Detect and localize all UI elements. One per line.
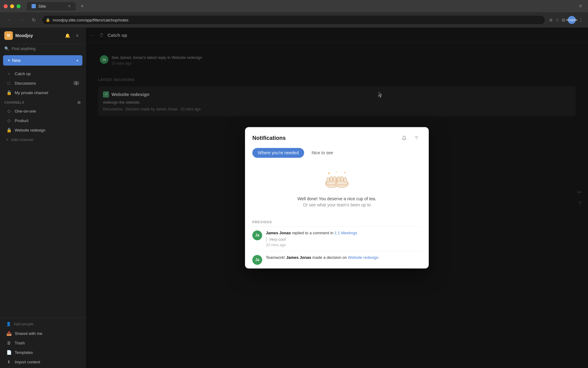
modal-body: ✦ ✦ ✦ Well done! You deserve a nice cup …: [245, 158, 429, 268]
sidebar-item-trash[interactable]: 🗑 Trash: [2, 338, 84, 347]
private-lock-icon: 🔒: [6, 90, 12, 95]
templates-icon: 📄: [6, 350, 12, 355]
sidebar-item-discussions[interactable]: □ Discussions 1: [2, 79, 84, 88]
channels-section-label: Channels: [4, 101, 24, 104]
new-button-plus-icon: +: [7, 58, 10, 63]
sidebar-item-one-on-one-label: One-on-one: [15, 109, 36, 113]
maximize-window-button[interactable]: [17, 4, 21, 8]
browser-menu-button[interactable]: ≡: [579, 3, 584, 9]
svg-text:✦: ✦: [344, 171, 346, 174]
minimize-window-button[interactable]: [10, 4, 14, 8]
notification-item-1[interactable]: Ja James Jonas replied to a comment in 1…: [252, 226, 421, 251]
sidebar-header: M Moodjoy 🔔 ≡: [0, 28, 85, 44]
add-people-label: Add people: [13, 322, 34, 326]
tab-close-button[interactable]: ✕: [68, 4, 71, 8]
svg-rect-8: [333, 177, 336, 182]
sidebar-item-product-label: Product: [15, 118, 28, 123]
add-channel-button[interactable]: + Add channel: [2, 135, 84, 144]
notif-main-text-1: James Jonas replied to a comment in 1:1 …: [266, 230, 421, 236]
sidebar-header-icons: 🔔 ≡: [63, 32, 81, 40]
modal-tabs: Where you're needed Nice to see: [245, 143, 429, 158]
empty-illustration: ✦ ✦ ✦: [318, 167, 355, 191]
profile-label: Incognito: [566, 18, 578, 21]
extensions-icon[interactable]: ⊞: [562, 17, 565, 22]
previous-label: Previous: [252, 217, 421, 226]
address-bar[interactable]: 🔒 moodjoy.slite.com/app/filters/catchup/…: [42, 15, 545, 25]
browser-titlebar: Slite ✕ + ≡: [0, 0, 588, 12]
new-button[interactable]: + New ▾: [3, 55, 82, 66]
sidebar: M Moodjoy 🔔 ≡ 🔍 Find anything + New ▾ ○ …: [0, 28, 86, 368]
nav-back-button[interactable]: ←: [5, 16, 13, 24]
sidebar-menu-button[interactable]: ≡: [73, 32, 81, 40]
svg-text:✦: ✦: [328, 171, 330, 175]
browser-chrome: Slite ✕ + ≡ ← → ↻ 🔒 moodjoy.slite.com/ap…: [0, 0, 588, 28]
notif-content-1: James Jonas replied to a comment in 1:1 …: [266, 230, 421, 247]
workspace-avatar: M: [4, 31, 13, 40]
svg-rect-13: [341, 177, 343, 182]
shared-with-me-icon: 📤: [6, 331, 12, 336]
notif-main-text-2: Teamwork! James Jonas made a decision on…: [266, 255, 421, 261]
workspace-name: Moodjoy: [15, 33, 33, 38]
notif-user-name-1: James Jonas: [266, 231, 291, 235]
add-channel-label: Add channel: [11, 137, 33, 142]
modal-title: Notifications: [252, 135, 286, 141]
bookmark-icon[interactable]: ☆: [555, 17, 559, 22]
sidebar-item-discussions-label: Discussions: [15, 81, 36, 86]
sidebar-item-private-label: My private channel: [15, 90, 48, 95]
sidebar-item-product[interactable]: ◇ Product: [2, 116, 84, 125]
add-people-icon: 👤: [6, 322, 11, 326]
nav-refresh-button[interactable]: ↻: [29, 16, 38, 24]
sidebar-item-catchup-label: Catch up: [15, 71, 31, 76]
sidebar-item-shared-with-me[interactable]: 📤 Shared with me: [2, 329, 84, 338]
user-avatar-james-jonas: Ja: [252, 230, 262, 240]
search-icon: 🔍: [4, 46, 9, 51]
sidebar-item-website-redesign[interactable]: 🔒 Website redesign: [2, 125, 84, 135]
svg-rect-12: [344, 178, 347, 182]
notif-time-1: 20 mins ago: [266, 243, 421, 247]
sidebar-item-templates[interactable]: 📄 Templates: [2, 348, 84, 357]
nav-forward-button[interactable]: →: [17, 16, 26, 24]
sidebar-search[interactable]: 🔍 Find anything: [0, 44, 85, 53]
sidebar-item-private[interactable]: 🔒 My private channel: [2, 88, 84, 97]
channels-add-icon[interactable]: ⊕: [77, 100, 81, 105]
svg-rect-14: [337, 177, 340, 182]
website-redesign-lock-icon: 🔒: [6, 128, 12, 132]
sidebar-search-label: Find anything: [12, 46, 36, 51]
notif-user-name-2: James Jonas: [286, 255, 311, 260]
user-avatar-james-jonas-2: Ja: [252, 255, 262, 265]
notifications-modal: Notifications: [245, 127, 429, 268]
one-on-one-icon: ◇: [6, 109, 12, 113]
profile-button[interactable]: Incognito: [568, 16, 576, 24]
notif-quote-1: Very cool: [266, 237, 421, 242]
notif-link-2[interactable]: Website redesign: [348, 255, 379, 260]
previous-section: Previous Ja James Jonas replied to a com…: [245, 217, 429, 268]
browser-tab[interactable]: Slite ✕: [27, 2, 76, 10]
tab-favicon: [32, 4, 36, 8]
sidebar-item-add-people[interactable]: 👤 Add people: [2, 320, 84, 328]
notification-item-2[interactable]: Ja Teamwork! James Jonas made a decision…: [252, 251, 421, 269]
tab-nice-to-see[interactable]: Nice to see: [306, 148, 338, 158]
notification-filter-button[interactable]: [412, 133, 421, 143]
new-tab-button[interactable]: +: [78, 2, 86, 11]
empty-state: ✦ ✦ ✦ Well done! You deserve a nice cup …: [245, 158, 429, 217]
cast-icon[interactable]: ⊗: [549, 17, 553, 22]
tab-title: Slite: [38, 4, 46, 9]
browser-nav: ← → ↻ 🔒 moodjoy.slite.com/app/filters/ca…: [0, 12, 588, 28]
tab-where-needed[interactable]: Where you're needed: [252, 148, 304, 158]
product-icon: ◇: [6, 118, 12, 123]
sidebar-item-import[interactable]: ⬇ Import content: [2, 357, 84, 366]
browser-nav-right: ⊗ ☆ ⊞ Incognito ⋮: [549, 16, 583, 24]
sidebar-item-templates-label: Templates: [15, 350, 33, 355]
notification-bell-button[interactable]: 🔔: [63, 32, 71, 40]
discussions-icon: □: [6, 81, 12, 86]
sidebar-item-website-redesign-label: Website redesign: [15, 128, 45, 132]
sidebar-item-catchup[interactable]: ○ Catch up: [2, 69, 84, 78]
sidebar-item-one-on-one[interactable]: ◇ One-on-one: [2, 106, 84, 116]
sidebar-bottom: 👤 Add people 📤 Shared with me 🗑 Trash 📄 …: [0, 318, 85, 368]
browser-more-button[interactable]: ⋮: [578, 17, 583, 23]
notification-settings-button[interactable]: [399, 133, 409, 143]
catchup-icon: ○: [6, 71, 12, 76]
close-window-button[interactable]: [4, 4, 8, 8]
notif-link-1[interactable]: 1:1 Meetings: [334, 231, 357, 235]
import-icon: ⬇: [6, 359, 12, 364]
